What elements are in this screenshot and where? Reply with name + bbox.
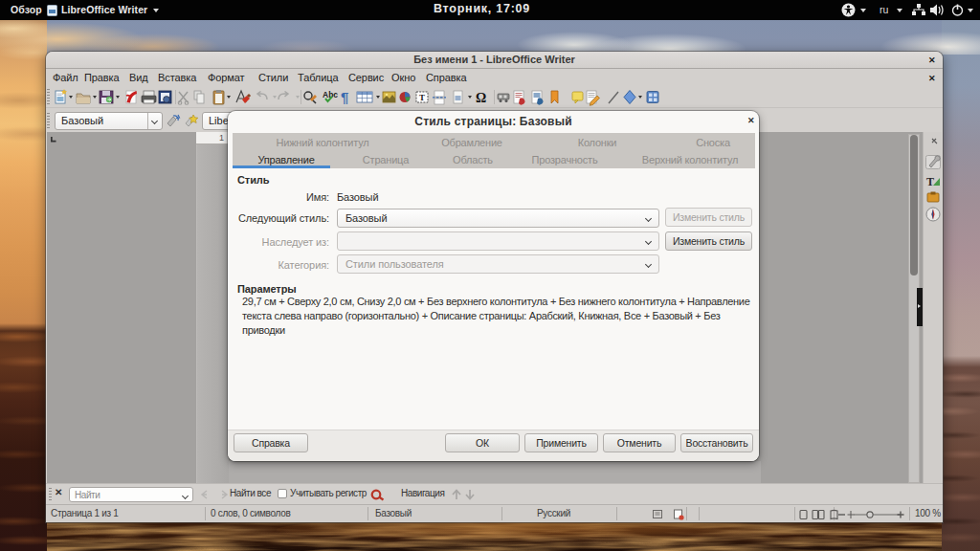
svg-text:¶: ¶ xyxy=(341,89,348,105)
svg-text:T: T xyxy=(926,175,934,188)
svg-text:T: T xyxy=(419,93,425,102)
svg-text:Ω: Ω xyxy=(476,91,486,105)
